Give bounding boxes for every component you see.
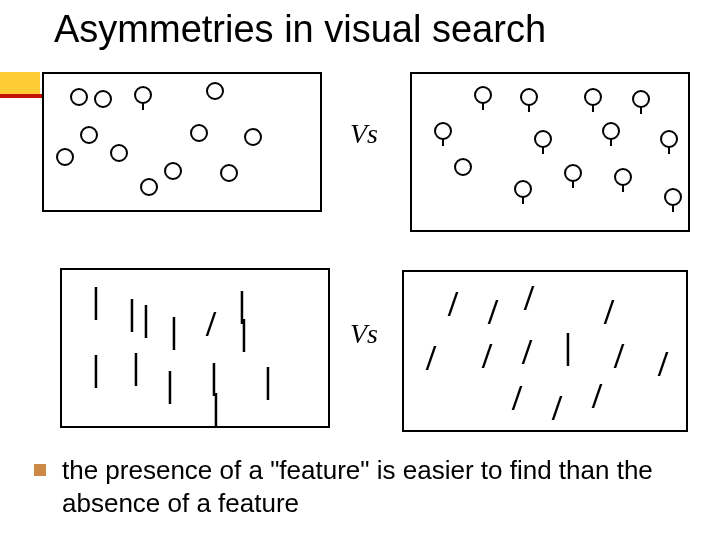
circle-icon: [94, 90, 112, 108]
tilted-line-icon: /: [614, 338, 624, 374]
tilted-line-icon: /: [524, 280, 534, 316]
circle-with-tail-icon: [474, 86, 492, 104]
tilted-line-icon: /: [448, 286, 458, 322]
slide-title: Asymmetries in visual search: [54, 8, 546, 51]
tilted-line-icon: /: [206, 306, 216, 342]
tilted-line-icon: /: [426, 340, 436, 376]
tail-icon: [640, 106, 642, 114]
bullet-text: the presence of a "feature" is easier to…: [62, 454, 694, 519]
tilted-line-icon: /: [488, 294, 498, 330]
circle-with-tail-icon: [614, 168, 632, 186]
vertical-line-icon: |: [142, 300, 150, 336]
tail-icon: [610, 138, 612, 146]
tail-icon: [528, 104, 530, 112]
circle-with-tail-icon: [632, 90, 650, 108]
tilted-line-icon: /: [604, 294, 614, 330]
circle-icon: [190, 124, 208, 142]
bullet-row: the presence of a "feature" is easier to…: [34, 454, 694, 519]
accent-yellow-block: [0, 72, 40, 94]
circle-with-tail-icon: [602, 122, 620, 140]
circle-with-tail-icon: [514, 180, 532, 198]
tail-icon: [542, 146, 544, 154]
circle-icon: [110, 144, 128, 162]
circle-with-tail-icon: [664, 188, 682, 206]
tail-icon: [592, 104, 594, 112]
tail-icon: [672, 204, 674, 212]
panel-lines-right: ///////|/////: [402, 270, 688, 432]
tail-icon: [668, 146, 670, 154]
circle-icon: [244, 128, 262, 146]
tilted-line-icon: /: [522, 334, 532, 370]
circle-icon: [220, 164, 238, 182]
circle-icon: [206, 82, 224, 100]
vertical-line-icon: |: [166, 366, 174, 402]
circle-with-tail-icon: [534, 130, 552, 148]
vs-label-bottom: Vs: [350, 318, 378, 350]
circle-icon: [80, 126, 98, 144]
vs-label-top: Vs: [350, 118, 378, 150]
vertical-line-icon: |: [564, 328, 572, 364]
tilted-line-icon: /: [592, 378, 602, 414]
panel-circles-right: [410, 72, 690, 232]
circle-icon: [70, 88, 88, 106]
tilted-line-icon: /: [658, 346, 668, 382]
circle-with-tail-icon: [584, 88, 602, 106]
tail-icon: [522, 196, 524, 204]
circle-icon: [56, 148, 74, 166]
tilted-line-icon: /: [482, 338, 492, 374]
circle-icon: [164, 162, 182, 180]
circle-with-tail-icon: [660, 130, 678, 148]
vertical-line-icon: |: [132, 348, 140, 384]
circle-icon: [140, 178, 158, 196]
vertical-line-icon: |: [92, 282, 100, 318]
circle-with-tail-icon: [564, 164, 582, 182]
tilted-line-icon: /: [552, 390, 562, 426]
tilted-line-icon: /: [512, 380, 522, 416]
circle-icon: [454, 158, 472, 176]
vertical-line-icon: |: [240, 314, 248, 350]
circle-with-tail-icon: [520, 88, 538, 106]
bullet-square-icon: [34, 464, 46, 476]
tail-icon: [142, 102, 144, 110]
panel-lines-left: ||||/||||||||: [60, 268, 330, 428]
panel-circles-left: [42, 72, 322, 212]
tail-icon: [622, 184, 624, 192]
vertical-line-icon: |: [212, 388, 220, 424]
circle-with-tail-icon: [434, 122, 452, 140]
vertical-line-icon: |: [128, 294, 136, 330]
tail-icon: [482, 102, 484, 110]
circle-with-tail-icon: [134, 86, 152, 104]
vertical-line-icon: |: [264, 362, 272, 398]
tail-icon: [442, 138, 444, 146]
tail-icon: [572, 180, 574, 188]
vertical-line-icon: |: [170, 312, 178, 348]
vertical-line-icon: |: [92, 350, 100, 386]
